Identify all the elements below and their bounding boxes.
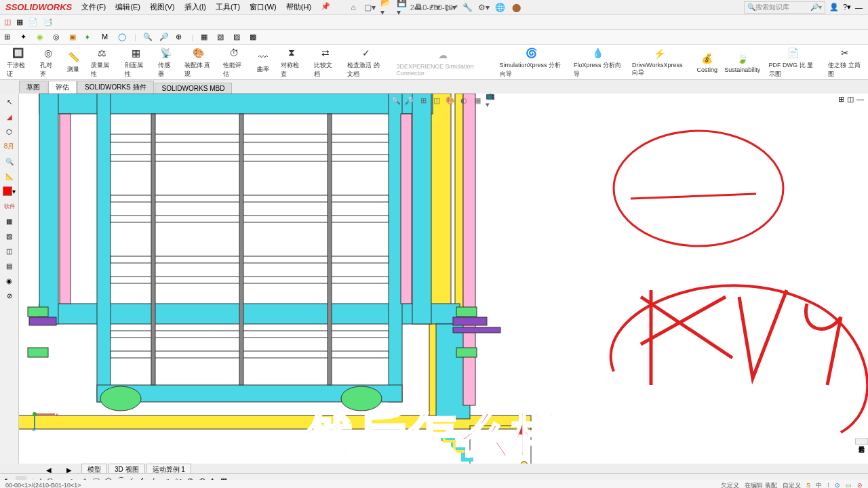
menu-help[interactable]: 帮助(H) bbox=[282, 1, 315, 14]
rb-section[interactable]: ▦剖面属 性 bbox=[121, 45, 151, 80]
st-icon5[interactable]: ▭ bbox=[846, 482, 852, 488]
home-icon[interactable]: ⌂ bbox=[348, 2, 359, 13]
rb-flox[interactable]: 💧FloXpress 分析向 导 bbox=[570, 45, 625, 80]
vt5[interactable]: 🎨 bbox=[445, 95, 456, 106]
t4-icon[interactable]: ◎ bbox=[53, 33, 62, 42]
t6-icon[interactable]: ♦ bbox=[85, 33, 95, 42]
search-input[interactable]: 🔍 搜索知识库 🔎▾ bbox=[744, 1, 825, 14]
t14-icon[interactable]: ▨ bbox=[233, 33, 243, 42]
lt5[interactable]: 🔍 bbox=[1, 155, 18, 168]
lt8[interactable]: ▧ bbox=[1, 229, 18, 243]
tree-icon[interactable]: ◫ bbox=[4, 18, 11, 26]
lt11[interactable]: ◉ bbox=[1, 274, 18, 287]
right-side-tab[interactable]: 开启搜购客 bbox=[855, 438, 868, 445]
vp-tile-icon[interactable]: ⊞ bbox=[838, 95, 844, 104]
tab-addins[interactable]: SOLIDWORKS 插件 bbox=[77, 81, 154, 94]
new-icon[interactable]: ▢▾ bbox=[364, 2, 375, 13]
doc2-icon[interactable]: 📑 bbox=[43, 18, 53, 26]
lt9[interactable]: ◫ bbox=[1, 244, 18, 258]
t12-icon[interactable]: ▦ bbox=[201, 33, 210, 42]
tab-sketch[interactable]: 草图 bbox=[19, 81, 47, 94]
options-icon[interactable]: ⚙▾ bbox=[478, 2, 489, 13]
lt12[interactable]: ⊘ bbox=[1, 289, 18, 302]
lt7[interactable]: ▦ bbox=[1, 214, 18, 228]
t9-icon[interactable]: 🔍 bbox=[143, 33, 153, 42]
menu-tools[interactable]: 工具(T) bbox=[212, 1, 244, 14]
main-menu: 文件(F) 编辑(E) 视图(V) 插入(I) 工具(T) 窗口(W) 帮助(H… bbox=[77, 1, 334, 14]
rb-indep[interactable]: ✂使之独 立简图 bbox=[824, 45, 865, 80]
vt7[interactable]: ▦ bbox=[472, 95, 483, 106]
vt8[interactable]: 📺▾ bbox=[486, 95, 496, 106]
lt-color[interactable]: ▾ bbox=[1, 184, 18, 198]
st-icon6[interactable]: ⊘ bbox=[857, 482, 863, 488]
vt3[interactable]: ⊞ bbox=[418, 95, 429, 106]
t11-icon[interactable]: ⊕ bbox=[176, 33, 185, 42]
doc-icon[interactable]: 📄 bbox=[28, 18, 38, 26]
menu-file[interactable]: 文件(F) bbox=[77, 1, 110, 14]
red-annotations bbox=[529, 121, 868, 460]
vt4[interactable]: ◫ bbox=[431, 95, 442, 106]
minimize-icon[interactable]: — bbox=[855, 3, 863, 12]
t5-icon[interactable]: ▣ bbox=[69, 33, 79, 42]
tab-mbd[interactable]: SOLIDWORKS MBD bbox=[155, 83, 233, 94]
tab-evaluate[interactable]: 评估 bbox=[48, 81, 77, 94]
t1-icon[interactable]: ⊞ bbox=[4, 33, 14, 42]
lt6[interactable]: 📐 bbox=[1, 169, 18, 183]
lt4[interactable]: 8月 bbox=[1, 140, 18, 153]
lt10[interactable]: ▤ bbox=[1, 259, 18, 272]
st-icon3[interactable]: ⁝ bbox=[827, 482, 829, 488]
search-go-icon[interactable]: 🔎▾ bbox=[810, 3, 822, 11]
rb-perf[interactable]: ⏱性能评 估 bbox=[219, 45, 250, 80]
svg-rect-11 bbox=[60, 114, 71, 304]
rb-measure[interactable]: 📏测量 bbox=[62, 49, 84, 75]
sphere-icon[interactable]: ⬤ bbox=[511, 2, 521, 13]
rebuild-icon[interactable]: 🔧 bbox=[462, 2, 473, 13]
save-icon[interactable]: 💾▾ bbox=[397, 2, 408, 13]
vt1[interactable]: 🔍 bbox=[391, 95, 401, 106]
menu-view[interactable]: 视图(V) bbox=[146, 1, 179, 14]
rb-curvature[interactable]: 〰曲率 bbox=[252, 49, 274, 75]
rb-interference[interactable]: 🔲干涉检 证 bbox=[3, 45, 33, 80]
rb-sensor[interactable]: 📡传感器 bbox=[154, 45, 178, 80]
lt3[interactable]: ⬡ bbox=[1, 125, 18, 138]
rb-mass[interactable]: ⚖质量属 性 bbox=[87, 45, 117, 80]
lt2[interactable]: ◢ bbox=[1, 110, 18, 123]
rb-compare[interactable]: ⇄比较文 档 bbox=[310, 45, 340, 80]
rb-pdf[interactable]: 📄PDF DWG 比 显示图 bbox=[765, 45, 822, 80]
rb-check[interactable]: ✓检查激活 的文档 bbox=[343, 45, 389, 80]
user-icon[interactable]: 👤 bbox=[829, 3, 839, 12]
t15-icon[interactable]: ▩ bbox=[250, 33, 259, 42]
rb-asmvis[interactable]: 🎨装配体 直观 bbox=[180, 45, 216, 80]
menu-insert[interactable]: 插入(I) bbox=[180, 1, 210, 14]
lt-sw[interactable]: 软件 bbox=[1, 199, 18, 213]
svg-rect-30 bbox=[456, 348, 477, 357]
vt2[interactable]: 🔎 bbox=[404, 95, 415, 106]
vp-window-icon[interactable]: ◫ bbox=[847, 95, 854, 104]
rb-holealign[interactable]: ◎孔对齐 bbox=[36, 45, 60, 80]
menu-edit[interactable]: 编辑(E) bbox=[111, 1, 144, 14]
t7-icon[interactable]: M bbox=[102, 33, 111, 42]
status-3[interactable]: 自定义 bbox=[783, 481, 801, 489]
t2-icon[interactable]: ✦ bbox=[20, 33, 30, 42]
vt6[interactable]: ◐ bbox=[458, 95, 469, 106]
lt1[interactable]: ↖ bbox=[1, 95, 18, 108]
t13-icon[interactable]: ▧ bbox=[217, 33, 226, 42]
t10-icon[interactable]: 🔎 bbox=[159, 33, 169, 42]
rb-sustain[interactable]: 🍃Sustainability bbox=[723, 50, 762, 75]
tree2-icon[interactable]: ▦ bbox=[16, 18, 23, 26]
help-icon[interactable]: ?▾ bbox=[843, 3, 851, 12]
open-icon[interactable]: 📂▾ bbox=[380, 2, 391, 13]
st-icon4[interactable]: ⊙ bbox=[835, 482, 840, 488]
rb-drivew[interactable]: ⚡DriveWorksXpress 向导 bbox=[628, 45, 692, 79]
t8-icon[interactable]: ◯ bbox=[118, 33, 127, 42]
pin-icon[interactable]: 📌 bbox=[317, 1, 334, 14]
rb-simx[interactable]: 🌀SimulationXpress 分析向导 bbox=[496, 45, 567, 80]
st-icon1[interactable]: S bbox=[806, 482, 810, 488]
rb-symmetry[interactable]: ⧗对称检 查 bbox=[277, 45, 307, 80]
st-icon2[interactable]: 中 bbox=[816, 481, 822, 489]
planet-icon[interactable]: 🌐 bbox=[494, 2, 505, 13]
t3-icon[interactable]: ◉ bbox=[37, 33, 46, 42]
vp-min-icon[interactable]: — bbox=[856, 95, 864, 104]
rb-costing[interactable]: 💰Costing bbox=[694, 50, 720, 75]
menu-window[interactable]: 窗口(W) bbox=[245, 1, 281, 14]
